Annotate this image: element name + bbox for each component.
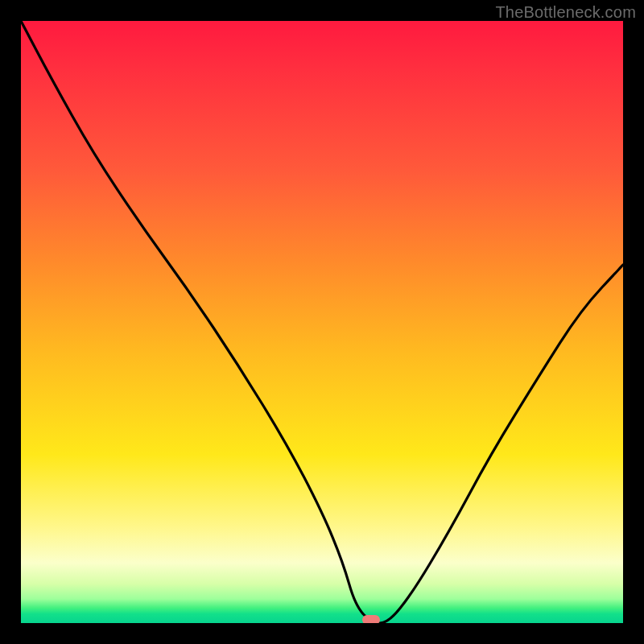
bottleneck-curve <box>21 21 623 623</box>
chart-frame: TheBottleneck.com <box>0 0 644 644</box>
watermark-text: TheBottleneck.com <box>495 3 636 22</box>
minimum-marker <box>362 615 380 624</box>
plot-area <box>21 21 623 623</box>
